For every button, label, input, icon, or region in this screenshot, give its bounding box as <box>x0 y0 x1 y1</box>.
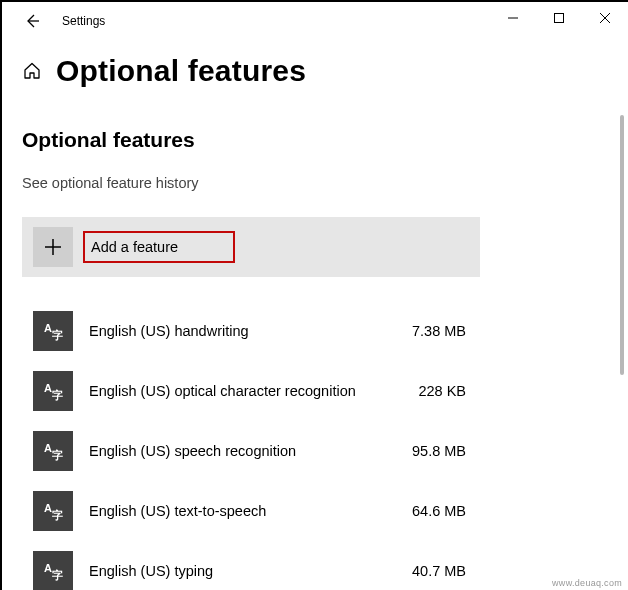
maximize-button[interactable] <box>536 2 582 34</box>
svg-text:字: 字 <box>52 509 63 521</box>
add-feature-button[interactable]: Add a feature <box>22 217 480 277</box>
language-icon: A字 <box>33 431 73 471</box>
language-icon: A字 <box>33 491 73 531</box>
feature-item[interactable]: A字 English (US) speech recognition 95.8 … <box>22 421 480 481</box>
svg-text:字: 字 <box>52 569 63 581</box>
history-link[interactable]: See optional feature history <box>22 175 199 191</box>
title-bar: Settings <box>2 2 628 40</box>
back-arrow-icon <box>24 13 40 29</box>
minimize-icon <box>508 13 518 23</box>
watermark: www.deuaq.com <box>552 578 622 588</box>
minimize-button[interactable] <box>490 2 536 34</box>
feature-item[interactable]: A字 English (US) optical character recogn… <box>22 361 480 421</box>
feature-item[interactable]: A字 English (US) typing 40.7 MB <box>22 541 480 590</box>
feature-item[interactable]: A字 English (US) text-to-speech 64.6 MB <box>22 481 480 541</box>
back-button[interactable] <box>16 5 48 37</box>
content-area: Optional features See optional feature h… <box>2 98 628 590</box>
language-icon: A字 <box>33 311 73 351</box>
close-icon <box>600 13 610 23</box>
feature-name: English (US) speech recognition <box>89 443 412 459</box>
home-icon[interactable] <box>22 61 42 81</box>
feature-list: A字 English (US) handwriting 7.38 MB A字 E… <box>22 301 480 590</box>
scrollbar[interactable] <box>620 115 624 375</box>
page-title: Optional features <box>56 54 306 88</box>
plus-icon <box>33 227 73 267</box>
feature-name: English (US) optical character recogniti… <box>89 383 418 399</box>
window-controls <box>490 2 628 34</box>
feature-item[interactable]: A字 English (US) handwriting 7.38 MB <box>22 301 480 361</box>
svg-rect-2 <box>555 14 564 23</box>
page-header: Optional features <box>2 40 628 98</box>
maximize-icon <box>554 13 564 23</box>
section-heading: Optional features <box>22 128 628 152</box>
feature-size: 64.6 MB <box>412 503 466 519</box>
language-icon: A字 <box>33 371 73 411</box>
svg-text:字: 字 <box>52 389 63 401</box>
language-icon: A字 <box>33 551 73 590</box>
feature-name: English (US) typing <box>89 563 412 579</box>
feature-size: 95.8 MB <box>412 443 466 459</box>
svg-text:A: A <box>44 562 52 574</box>
close-button[interactable] <box>582 2 628 34</box>
svg-text:A: A <box>44 442 52 454</box>
window-title: Settings <box>62 14 105 28</box>
svg-text:A: A <box>44 322 52 334</box>
svg-text:A: A <box>44 382 52 394</box>
svg-text:字: 字 <box>52 449 63 461</box>
svg-text:A: A <box>44 502 52 514</box>
feature-name: English (US) text-to-speech <box>89 503 412 519</box>
feature-size: 7.38 MB <box>412 323 466 339</box>
feature-name: English (US) handwriting <box>89 323 412 339</box>
feature-size: 40.7 MB <box>412 563 466 579</box>
add-feature-label: Add a feature <box>91 239 178 255</box>
add-feature-highlight: Add a feature <box>83 231 235 263</box>
svg-text:字: 字 <box>52 329 63 341</box>
feature-size: 228 KB <box>418 383 466 399</box>
